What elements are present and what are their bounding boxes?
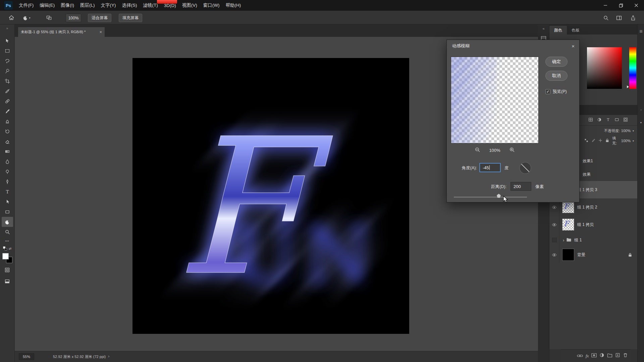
menu-select[interactable]: 选择(S) xyxy=(119,0,140,11)
menu-image[interactable]: 图像(I) xyxy=(58,0,77,11)
history-brush-tool[interactable] xyxy=(2,126,13,136)
layer-row-group1-copy1[interactable]: F 组 1 拷贝 xyxy=(549,216,637,233)
layer-thumbnail[interactable]: F xyxy=(562,201,574,213)
rectangular-marquee-tool[interactable] xyxy=(2,46,13,56)
workspace-panels-icon[interactable] xyxy=(615,14,623,22)
type-layers-filter-icon[interactable]: T xyxy=(606,117,610,123)
tab-close-icon[interactable]: × xyxy=(99,29,102,35)
visibility-toggle[interactable] xyxy=(549,247,559,263)
swap-colors-icon[interactable]: ⇄ xyxy=(9,247,11,250)
pen-tool[interactable] xyxy=(2,177,13,187)
eraser-tool[interactable] xyxy=(2,136,13,146)
type-tool[interactable]: T xyxy=(2,187,13,197)
zoom-tool[interactable] xyxy=(2,227,13,237)
new-layer-icon[interactable] xyxy=(615,353,620,359)
path-selection-tool[interactable] xyxy=(2,197,13,207)
dodge-tool[interactable] xyxy=(2,167,13,177)
layer-row-background[interactable]: 背景 xyxy=(549,247,637,263)
app-logo[interactable]: Ps xyxy=(4,1,13,10)
smart-object-filter-icon[interactable] xyxy=(623,117,628,123)
screen-mode-toggle-icon[interactable] xyxy=(2,277,13,286)
fill-screen-button[interactable]: 填充屏幕 xyxy=(119,14,142,22)
dialog-title-bar[interactable]: 动感模糊 × xyxy=(447,40,579,52)
collapse-panels-icon[interactable]: « xyxy=(542,26,544,31)
preview-checkbox[interactable]: ✓ xyxy=(545,89,550,94)
hue-slider[interactable] xyxy=(629,47,636,89)
layer-style-fx-icon[interactable]: fx xyxy=(586,353,589,359)
document-tab[interactable]: 未标题-1 @ 55% (组 1 拷贝 3, RGB/8) * × xyxy=(18,27,105,37)
close-icon[interactable] xyxy=(629,0,644,11)
angle-dial[interactable] xyxy=(518,161,533,177)
gradient-tool[interactable] xyxy=(2,146,13,157)
add-layer-mask-icon[interactable] xyxy=(591,353,597,359)
lock-pixels-icon[interactable] xyxy=(591,138,595,143)
tab-color[interactable]: 颜色 xyxy=(549,26,567,35)
chevron-down-icon[interactable]: ▾ xyxy=(633,129,634,132)
crop-tool[interactable] xyxy=(2,76,13,86)
quick-selection-tool[interactable] xyxy=(2,66,13,76)
link-layers-icon[interactable] xyxy=(577,353,583,359)
dialog-close-icon[interactable]: × xyxy=(572,43,575,49)
rectangle-tool[interactable] xyxy=(2,207,13,217)
zoom-out-icon[interactable] xyxy=(475,147,480,154)
menu-file[interactable]: 文件(F) xyxy=(16,0,37,11)
share-icon[interactable] xyxy=(629,14,637,22)
status-zoom-field[interactable]: 55% xyxy=(19,353,34,360)
zoom-percent-field[interactable]: 100% xyxy=(66,14,81,22)
blur-preview[interactable] xyxy=(451,57,539,143)
lock-transparency-icon[interactable] xyxy=(584,138,588,143)
saturation-field[interactable] xyxy=(587,47,622,89)
distance-slider[interactable] xyxy=(454,193,527,199)
lasso-tool[interactable] xyxy=(2,56,13,66)
panel-menu-icon[interactable]: ≡ xyxy=(638,28,644,35)
quick-mask-icon[interactable] xyxy=(2,265,13,275)
fill-value[interactable]: 100% xyxy=(621,139,631,143)
menu-layer[interactable]: 图层(L) xyxy=(77,0,98,11)
layer-thumbnail[interactable] xyxy=(562,249,574,261)
lock-position-icon[interactable] xyxy=(598,138,602,143)
blur-tool[interactable] xyxy=(2,157,13,167)
collapse-right-icon[interactable]: » xyxy=(6,26,8,31)
screen-mode-icon[interactable] xyxy=(45,14,53,22)
visibility-toggle[interactable] xyxy=(549,216,559,233)
home-icon[interactable] xyxy=(7,14,15,22)
brush-tool[interactable] xyxy=(2,106,13,116)
foreground-color-swatch[interactable] xyxy=(2,253,9,259)
zoom-in-icon[interactable] xyxy=(509,147,515,154)
edit-toolbar-icon[interactable]: ••• xyxy=(5,237,9,244)
menu-view[interactable]: 视图(V) xyxy=(179,0,200,11)
menu-edit[interactable]: 编辑(E) xyxy=(37,0,58,11)
hand-tool[interactable] xyxy=(2,217,13,227)
cancel-button[interactable]: 取消 xyxy=(545,71,568,81)
menu-help[interactable]: 帮助(H) xyxy=(222,0,244,11)
visibility-toggle[interactable] xyxy=(549,233,559,247)
panel-mini-icon-2[interactable]: ● xyxy=(638,121,644,124)
new-group-icon[interactable] xyxy=(607,353,612,359)
ok-button[interactable]: 确定 xyxy=(545,57,568,67)
lock-all-icon[interactable] xyxy=(605,138,609,143)
layer-thumbnail[interactable]: F xyxy=(562,219,574,231)
spot-healing-tool[interactable] xyxy=(2,96,13,106)
restore-icon[interactable] xyxy=(613,0,629,11)
color-swatches[interactable] xyxy=(2,253,12,263)
adjustment-layers-filter-icon[interactable] xyxy=(597,117,602,123)
delete-layer-icon[interactable] xyxy=(623,353,628,359)
clone-stamp-tool[interactable] xyxy=(2,116,13,126)
menu-type[interactable]: 文字(Y) xyxy=(98,0,119,11)
chevron-down-icon[interactable]: ▾ xyxy=(633,139,634,142)
distance-input[interactable]: 200 xyxy=(511,182,531,191)
slider-track[interactable] xyxy=(454,197,527,197)
new-adjustment-layer-icon[interactable] xyxy=(599,353,604,359)
hand-tool-option-icon[interactable]: ▾ xyxy=(21,14,32,22)
angle-input[interactable]: -45 xyxy=(480,163,500,172)
fit-screen-button[interactable]: 适合屏幕 xyxy=(88,14,111,22)
group-expand-icon[interactable]: › xyxy=(563,238,564,243)
pixel-layers-filter-icon[interactable] xyxy=(588,117,593,123)
minimize-icon[interactable] xyxy=(598,0,613,11)
move-tool[interactable] xyxy=(2,36,13,46)
shape-layers-filter-icon[interactable] xyxy=(614,117,619,123)
opacity-value[interactable]: 100% xyxy=(621,129,631,133)
default-colors-icon[interactable]: ⇄ xyxy=(3,246,11,250)
tab-swatches[interactable]: 色板 xyxy=(567,26,584,35)
layer-row-group1[interactable]: › 组 1 xyxy=(549,233,637,247)
